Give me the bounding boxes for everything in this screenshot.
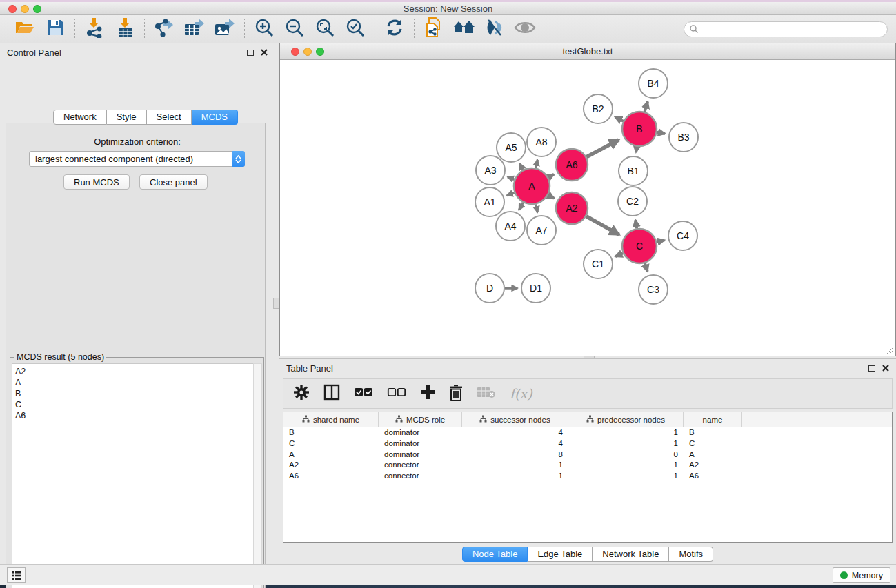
graph-node-B2[interactable]: B2 — [584, 94, 613, 123]
mcds-result-item[interactable]: A — [15, 377, 254, 388]
mcds-result-item[interactable]: A2 — [15, 366, 254, 377]
network-minimize-button[interactable] — [303, 48, 312, 56]
edge-B-B3[interactable] — [657, 132, 666, 134]
tab-node-table[interactable]: Node Table — [462, 547, 528, 562]
graph-node-C4[interactable]: C4 — [668, 221, 697, 250]
cell-predecessor-nodes[interactable]: 0 — [568, 449, 684, 460]
graph-node-D1[interactable]: D1 — [521, 274, 550, 303]
graph-node-B[interactable]: B — [622, 112, 657, 146]
cell-predecessor-nodes[interactable]: 1 — [568, 427, 684, 438]
select-all-button[interactable] — [354, 387, 373, 401]
cell-predecessor-nodes[interactable]: 1 — [568, 460, 684, 471]
cell-predecessor-nodes[interactable]: 1 — [568, 438, 684, 449]
edge-B-B4[interactable] — [645, 101, 648, 112]
columns-button[interactable] — [323, 384, 340, 403]
table-row[interactable]: A6connector11A6 — [283, 471, 892, 482]
network-close-button[interactable] — [291, 48, 299, 56]
save-button[interactable] — [42, 18, 68, 40]
edge-A-A8[interactable] — [536, 160, 538, 168]
tab-motifs[interactable]: Motifs — [669, 547, 713, 562]
edge-B-B2[interactable] — [615, 117, 624, 121]
graph-node-A[interactable]: A — [514, 168, 550, 204]
graph-node-A2[interactable]: A2 — [556, 192, 588, 224]
add-button[interactable] — [420, 385, 435, 403]
cell-successor-nodes[interactable]: 4 — [462, 427, 568, 438]
column-header-shared-name[interactable]: shared name — [283, 412, 379, 427]
column-header-predecessor-nodes[interactable]: predecessor nodes — [568, 412, 684, 427]
edge-B-B1[interactable] — [636, 147, 637, 152]
cell-shared-name[interactable]: A6 — [283, 471, 379, 482]
edge-C-C1[interactable] — [615, 253, 623, 256]
cell-predecessor-nodes[interactable]: 1 — [568, 471, 684, 482]
tab-network[interactable]: Network — [53, 110, 107, 125]
minimize-window-button[interactable] — [21, 5, 29, 13]
edge-A-A7[interactable] — [536, 204, 538, 212]
cell-MCDS-role[interactable]: connector — [379, 471, 462, 482]
edge-A-A4[interactable] — [519, 203, 524, 210]
export-network-button[interactable] — [151, 18, 177, 40]
resize-grip-icon[interactable] — [884, 345, 894, 354]
graph-node-A7[interactable]: A7 — [527, 216, 556, 245]
cell-shared-name[interactable]: A — [283, 449, 379, 460]
mcds-list-scrollbar[interactable] — [253, 363, 262, 588]
column-header-successor-nodes[interactable]: successor nodes — [462, 412, 568, 427]
export-image-button[interactable] — [212, 18, 238, 40]
gear-button[interactable] — [293, 384, 310, 403]
graph-node-C3[interactable]: C3 — [639, 275, 668, 304]
tab-style[interactable]: Style — [107, 110, 147, 125]
table-row[interactable]: Bdominator41B — [283, 427, 892, 438]
edge-A6-B[interactable] — [586, 140, 619, 157]
hide-panel-button[interactable] — [481, 18, 508, 40]
cell-successor-nodes[interactable]: 4 — [462, 438, 568, 449]
cell-shared-name[interactable]: A2 — [283, 460, 379, 471]
zoom-selected-button[interactable] — [342, 18, 368, 40]
graph-node-A6[interactable]: A6 — [556, 149, 588, 181]
zoom-in-button[interactable] — [251, 18, 277, 40]
maximize-window-button[interactable] — [33, 5, 41, 13]
edge-A-A1[interactable] — [507, 193, 515, 196]
edge-A-A5[interactable] — [520, 163, 524, 170]
vertical-split-grip[interactable] — [273, 298, 279, 309]
search-input[interactable] — [699, 23, 887, 36]
graph-node-B3[interactable]: B3 — [669, 123, 698, 152]
mcds-result-list[interactable]: A2ABCA6 — [12, 363, 255, 588]
open-folder-button[interactable] — [12, 18, 38, 40]
cell-shared-name[interactable]: C — [283, 438, 379, 449]
column-header-name[interactable]: name — [684, 412, 742, 427]
graph-node-A8[interactable]: A8 — [527, 128, 556, 156]
tab-mcds[interactable]: MCDS — [192, 110, 238, 125]
refresh-button[interactable] — [381, 18, 408, 40]
cell-MCDS-role[interactable]: dominator — [379, 449, 462, 460]
graph-node-D[interactable]: D — [475, 274, 504, 303]
graph-node-C[interactable]: C — [622, 229, 657, 263]
cell-name[interactable]: B — [684, 427, 742, 438]
import-network-button[interactable] — [81, 18, 108, 40]
cell-name[interactable]: A — [684, 449, 742, 460]
cell-successor-nodes[interactable]: 1 — [462, 471, 568, 482]
graph-node-A3[interactable]: A3 — [476, 156, 505, 185]
network-maximize-button[interactable] — [316, 48, 324, 56]
close-panel-button[interactable]: Close panel — [139, 174, 208, 190]
tab-edge-table[interactable]: Edge Table — [528, 547, 593, 562]
zoom-fit-button[interactable] — [312, 18, 338, 40]
task-history-button[interactable] — [7, 567, 26, 583]
edge-C-C3[interactable] — [645, 263, 648, 272]
cell-successor-nodes[interactable]: 1 — [462, 460, 568, 471]
run-mcds-button[interactable]: Run MCDS — [63, 174, 130, 190]
export-table-button[interactable] — [181, 18, 208, 40]
cell-MCDS-role[interactable]: dominator — [379, 427, 462, 438]
trash-button[interactable] — [449, 384, 463, 403]
memory-button[interactable]: Memory — [833, 567, 890, 583]
clone-network-button[interactable] — [421, 18, 447, 40]
criterion-dropdown[interactable]: largest connected component (directed) — [29, 151, 245, 167]
edge-C-C2[interactable] — [635, 220, 637, 228]
graph-node-A4[interactable]: A4 — [496, 212, 525, 241]
home-button[interactable] — [451, 18, 477, 40]
cell-shared-name[interactable]: B — [283, 427, 379, 438]
cell-name[interactable]: C — [684, 438, 742, 449]
close-window-button[interactable] — [8, 5, 17, 13]
graph-node-B1[interactable]: B1 — [619, 156, 648, 185]
graph-node-C1[interactable]: C1 — [584, 250, 613, 278]
cell-MCDS-role[interactable]: connector — [379, 460, 462, 471]
float-table-panel-icon[interactable] — [868, 365, 875, 372]
